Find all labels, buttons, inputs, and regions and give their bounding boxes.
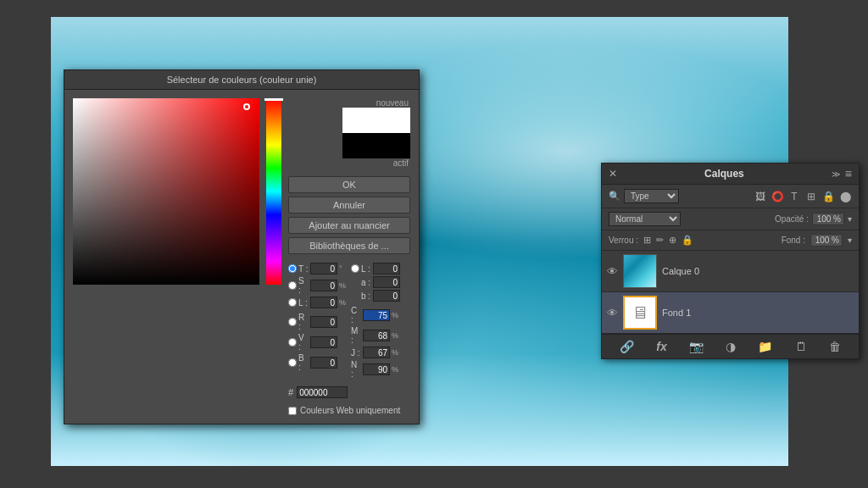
unit-C: % <box>392 311 398 319</box>
layers-blend-opacity-row: Normal Opacité : 100 % ▾ <box>602 208 859 230</box>
input-J[interactable] <box>363 347 390 358</box>
layers-close-icon[interactable]: ✕ <box>609 168 617 180</box>
hex-input[interactable] <box>297 386 348 398</box>
visibility-icon-fond1[interactable]: 👁 <box>607 307 618 319</box>
group-icon[interactable]: 📁 <box>758 340 772 353</box>
web-colors-checkbox[interactable] <box>288 407 297 415</box>
filter-text-icon[interactable]: T <box>787 191 801 202</box>
input-a[interactable] <box>373 276 400 288</box>
lock-transparency-icon[interactable]: ⊞ <box>643 235 651 246</box>
lock-paint-icon[interactable]: ✏ <box>656 235 664 246</box>
input-La[interactable] <box>373 263 400 274</box>
hue-slider[interactable] <box>266 98 281 285</box>
label-N: N : <box>351 360 361 379</box>
opacity-value[interactable]: 100 % <box>812 213 844 225</box>
layer-thumb-calque0 <box>623 254 657 288</box>
add-swatch-button[interactable]: Ajouter au nuancier <box>288 217 410 234</box>
input-C[interactable] <box>363 309 390 321</box>
cancel-button[interactable]: Annuler <box>288 197 410 214</box>
fx-icon[interactable]: fx <box>656 340 666 353</box>
fields-right: L : a : b : C : <box>351 263 400 379</box>
link-icon[interactable]: 🔗 <box>620 340 634 353</box>
input-b[interactable] <box>373 290 400 302</box>
search-icon: 🔍 <box>609 191 620 202</box>
field-row-M: M : % <box>351 326 400 345</box>
filter-adjust-icon[interactable]: ⭕ <box>771 191 784 202</box>
libraries-button[interactable]: Bibliothèques de ... <box>288 237 410 254</box>
color-preview-area: nouveau actif <box>288 98 410 168</box>
input-L[interactable] <box>310 297 337 308</box>
field-row-V: V : <box>288 333 346 352</box>
input-B[interactable] <box>310 357 337 369</box>
layer-thumb-fond1: 🖥 <box>623 296 657 330</box>
field-row-S: S : % <box>288 276 346 295</box>
lock-position-icon[interactable]: ⊕ <box>669 235 676 246</box>
nouveau-label: nouveau <box>376 98 409 108</box>
color-picker-dialog: Sélecteur de couleurs (couleur unie) nou… <box>64 69 420 424</box>
filter-dot-icon[interactable]: ⬤ <box>838 191 852 202</box>
hue-cursor <box>264 98 283 101</box>
input-N[interactable] <box>363 363 390 375</box>
web-colors-label: Couleurs Web uniquement <box>300 406 400 415</box>
hex-label: # <box>288 387 293 397</box>
picker-buttons: OK Annuler Ajouter au nuancier Bibliothè… <box>288 176 410 254</box>
color-gradient-box[interactable] <box>73 98 259 285</box>
fill-value[interactable]: 100 % <box>810 234 843 247</box>
radio-L[interactable] <box>288 298 297 307</box>
delete-icon[interactable]: 🗑 <box>829 340 841 353</box>
label-T: T : <box>298 264 309 274</box>
layer-item-calque0[interactable]: 👁 Calque 0 <box>602 251 859 292</box>
label-V: V : <box>298 333 309 352</box>
radio-T[interactable] <box>288 264 297 273</box>
layers-menu-icon[interactable]: ≡ <box>845 167 852 180</box>
input-T[interactable] <box>310 263 337 274</box>
filter-pixel-icon[interactable]: 🖼 <box>754 191 767 202</box>
layer-thumb-inner-calque0 <box>624 255 656 287</box>
input-V[interactable] <box>310 336 337 348</box>
layers-header-icons: ≫ ≡ <box>832 167 852 180</box>
fields-left: T : ° S : % L : % <box>288 263 346 379</box>
color-fields: T : ° S : % L : % <box>288 263 410 379</box>
field-row-a: a : <box>351 276 400 288</box>
label-a: a : <box>361 278 371 287</box>
new-layer-icon[interactable]: 🗒 <box>795 340 807 353</box>
label-M: M : <box>351 326 361 345</box>
fill-label: Fond : <box>782 236 805 245</box>
opacity-chevron-icon[interactable]: ▾ <box>848 214 852 224</box>
label-La: L : <box>361 264 371 274</box>
new-fill-icon[interactable]: 📷 <box>689 340 704 353</box>
layer-name-fond1: Fond 1 <box>662 308 854 318</box>
radio-La[interactable] <box>351 264 359 273</box>
layer-item-fond1[interactable]: 👁 🖥 Fond 1 <box>602 292 859 334</box>
label-B: B : <box>298 353 309 372</box>
adjustment-icon[interactable]: ◑ <box>726 340 736 353</box>
input-R[interactable] <box>310 316 337 328</box>
input-M[interactable] <box>363 330 390 341</box>
field-row-R: R : <box>288 313 346 331</box>
filter-smart-icon[interactable]: 🔒 <box>821 191 835 202</box>
filter-type-select[interactable]: Type <box>624 189 679 203</box>
collapse-icon[interactable]: ≫ <box>832 169 840 179</box>
monitor-icon: 🖥 <box>632 303 648 323</box>
color-picker-right: nouveau actif OK Annuler Ajouter au nuan… <box>288 98 410 415</box>
radio-B[interactable] <box>288 358 297 367</box>
fill-chevron-icon[interactable]: ▾ <box>848 236 852 245</box>
label-J: J : <box>351 348 361 358</box>
unit-N: % <box>392 365 398 374</box>
radio-S[interactable] <box>288 281 297 290</box>
blend-mode-select[interactable]: Normal <box>609 212 681 226</box>
ok-button[interactable]: OK <box>288 176 410 193</box>
lock-all-icon[interactable]: 🔒 <box>682 235 693 246</box>
layers-panel: ✕ Calques ≫ ≡ 🔍 Type 🖼 ⭕ T ⊞ 🔒 ⬤ Normal … <box>601 163 860 359</box>
actif-label: actif <box>393 158 409 168</box>
gradient-cursor <box>243 103 250 110</box>
radio-R[interactable] <box>288 318 297 326</box>
filter-shape-icon[interactable]: ⊞ <box>804 191 818 202</box>
field-row-C: C : % <box>351 306 400 324</box>
input-S[interactable] <box>310 280 337 291</box>
visibility-icon-calque0[interactable]: 👁 <box>607 265 618 278</box>
unit-M: % <box>392 331 398 340</box>
radio-V[interactable] <box>288 338 297 347</box>
field-row-L: L : % <box>288 297 346 308</box>
label-C: C : <box>351 306 361 324</box>
